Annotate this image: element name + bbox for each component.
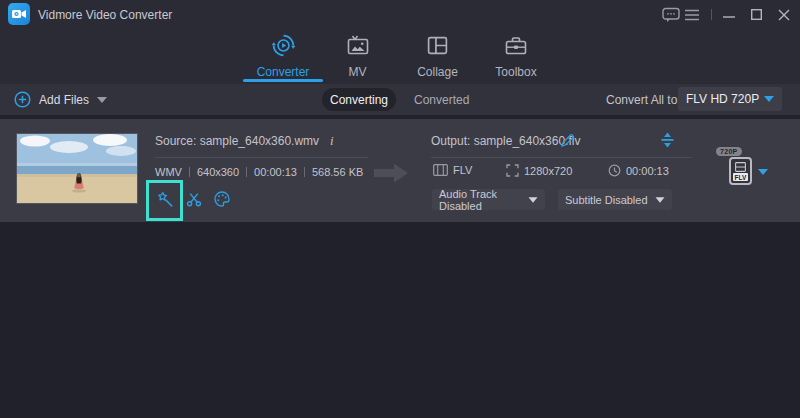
title-bar: Vidmore Video Converter xyxy=(0,0,800,84)
info-icon[interactable]: i xyxy=(330,133,334,149)
source-resolution: 640x360 xyxy=(197,166,239,178)
tab-toolbox-label: Toolbox xyxy=(495,65,536,79)
active-tab-underline xyxy=(243,79,323,82)
fit-height-icon[interactable] xyxy=(661,132,675,149)
close-button[interactable] xyxy=(777,7,791,22)
source-size: 568.56 KB xyxy=(312,166,363,178)
toolbar: Add Files Converting Converted Convert A… xyxy=(0,84,800,115)
titlebar-separator xyxy=(711,9,712,20)
subtitle-dropdown-caret-icon xyxy=(656,197,665,202)
film-icon xyxy=(433,164,448,176)
add-files-button[interactable]: Add Files xyxy=(14,89,107,110)
file-row[interactable]: Source: sample_640x360.wmv i WMV 640x360… xyxy=(0,119,800,222)
source-filename: Source: sample_640x360.wmv xyxy=(155,134,319,148)
tab-mv-label: MV xyxy=(349,65,367,79)
effect-palette-icon[interactable] xyxy=(212,189,232,209)
source-duration: 00:00:13 xyxy=(254,166,297,178)
profile-caret-icon[interactable] xyxy=(758,169,768,175)
clock-icon xyxy=(608,164,621,177)
tab-converter-label: Converter xyxy=(257,65,310,79)
rename-pencil-icon[interactable] xyxy=(560,133,576,149)
add-files-label: Add Files xyxy=(39,93,89,107)
output-duration-group: 00:00:13 xyxy=(608,164,669,177)
maximize-button[interactable] xyxy=(750,7,763,22)
converted-tab[interactable]: Converted xyxy=(414,93,469,107)
profile-resolution-badge: 720P xyxy=(716,147,742,156)
source-divider xyxy=(155,157,368,158)
converter-icon xyxy=(248,34,318,58)
meta-separator xyxy=(246,167,247,177)
video-thumbnail xyxy=(16,133,138,204)
audio-dropdown-caret-icon xyxy=(529,197,538,202)
convert-all-label: Convert All to: xyxy=(606,93,681,107)
add-icon xyxy=(14,91,31,108)
collage-icon xyxy=(405,34,470,58)
convert-all-dropdown[interactable]: FLV HD 720P xyxy=(678,87,782,111)
menu-icon[interactable] xyxy=(684,7,699,22)
tab-mv[interactable]: MV xyxy=(330,34,385,80)
feedback-icon[interactable] xyxy=(661,7,680,22)
convert-all-caret-icon xyxy=(764,96,774,102)
toolbox-icon xyxy=(482,34,550,58)
convert-all-value: FLV HD 720P xyxy=(686,92,764,106)
window-title: Vidmore Video Converter xyxy=(38,8,172,22)
output-format: FLV xyxy=(453,164,472,176)
cut-scissors-icon[interactable] xyxy=(184,189,204,209)
minimize-button[interactable] xyxy=(722,7,735,22)
mv-icon xyxy=(330,34,385,58)
profile-film-icon xyxy=(735,162,746,172)
output-divider xyxy=(431,157,692,158)
source-metadata: WMV 640x360 00:00:13 568.56 KB xyxy=(155,166,363,178)
app-window: Vidmore Video Converter xyxy=(0,0,800,418)
output-duration: 00:00:13 xyxy=(626,165,669,177)
add-files-caret-icon xyxy=(97,97,107,103)
converting-tab[interactable]: Converting xyxy=(322,88,396,111)
profile-format-label: FLV xyxy=(733,173,748,181)
tab-collage[interactable]: Collage xyxy=(405,34,470,80)
app-logo-icon xyxy=(8,3,30,25)
subtitle-dropdown[interactable]: Subtitle Disabled xyxy=(558,189,672,210)
subtitle-value: Subtitle Disabled xyxy=(565,194,648,206)
resolution-expand-icon xyxy=(506,164,519,177)
profile-format-icon[interactable]: FLV xyxy=(729,157,752,185)
source-format: WMV xyxy=(155,166,182,178)
output-resolution-group: 1280x720 xyxy=(506,164,572,177)
tab-converter[interactable]: Converter xyxy=(248,34,318,80)
output-format-group: FLV xyxy=(433,164,472,176)
audio-track-dropdown[interactable]: Audio Track Disabled xyxy=(432,189,545,210)
convert-arrow-icon xyxy=(372,160,410,186)
output-resolution: 1280x720 xyxy=(524,165,572,177)
tab-collage-label: Collage xyxy=(417,65,458,79)
output-filename: Output: sample_640x360.flv xyxy=(431,134,580,148)
annotation-highlight-box xyxy=(146,180,183,221)
meta-separator xyxy=(189,167,190,177)
tab-toolbox[interactable]: Toolbox xyxy=(482,34,550,80)
file-list-area: Source: sample_640x360.wmv i WMV 640x360… xyxy=(0,115,800,418)
meta-separator xyxy=(304,167,305,177)
audio-track-value: Audio Track Disabled xyxy=(439,188,528,212)
